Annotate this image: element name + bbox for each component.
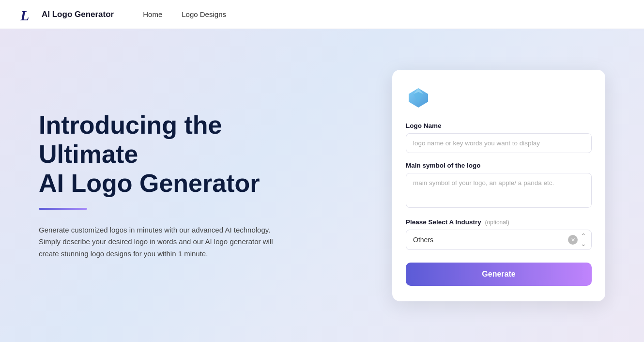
industry-select-value: Others [413, 230, 568, 249]
svg-text:L: L [20, 7, 29, 23]
hero-description: Generate customized logos in minutes wit… [39, 224, 281, 260]
generate-button[interactable]: Generate [406, 263, 592, 286]
logo-name-label: Logo Name [406, 122, 592, 129]
industry-label: Please Select A Industry (optional) [406, 218, 592, 226]
hero-description-line2: Simply describe your desired logo in wor… [39, 237, 273, 258]
main-symbol-input[interactable] [406, 173, 592, 208]
chevron-up-down-icon[interactable]: ⌃⌄ [581, 232, 586, 248]
hero-underline [39, 208, 87, 210]
main-symbol-group: Main symbol of the logo [406, 162, 592, 210]
logo-name-group: Logo Name [406, 122, 592, 153]
nav-link-home[interactable]: Home [143, 10, 162, 18]
industry-select[interactable]: Others ✕ ⌃⌄ [406, 230, 592, 250]
form-gem-icon [406, 85, 431, 110]
hero-left: Introducing the Ultimate AI Logo Generat… [39, 111, 339, 260]
industry-clear-button[interactable]: ✕ [568, 235, 578, 245]
industry-group: Please Select A Industry (optional) Othe… [406, 218, 592, 250]
nav-logo: L AI Logo Generator [19, 6, 114, 23]
hero-title-line2: Ultimate [39, 140, 138, 168]
navbar: L AI Logo Generator Home Logo Designs [0, 0, 644, 29]
form-card: Logo Name Main symbol of the logo Please… [392, 70, 605, 301]
hero-title: Introducing the Ultimate AI Logo Generat… [39, 111, 339, 198]
hero-section: Introducing the Ultimate AI Logo Generat… [0, 29, 644, 342]
logo-icon: L [19, 6, 37, 23]
logo-name-input[interactable] [406, 133, 592, 153]
hero-description-line1: Generate customized logos in minutes wit… [39, 226, 270, 234]
brand-name: AI Logo Generator [42, 10, 114, 19]
hero-title-line3: AI Logo Generator [39, 169, 260, 197]
nav-links: Home Logo Designs [143, 10, 226, 18]
nav-link-logo-designs[interactable]: Logo Designs [182, 10, 226, 18]
main-symbol-label: Main symbol of the logo [406, 162, 592, 169]
hero-title-line1: Introducing the [39, 111, 222, 139]
industry-optional: (optional) [485, 219, 509, 226]
